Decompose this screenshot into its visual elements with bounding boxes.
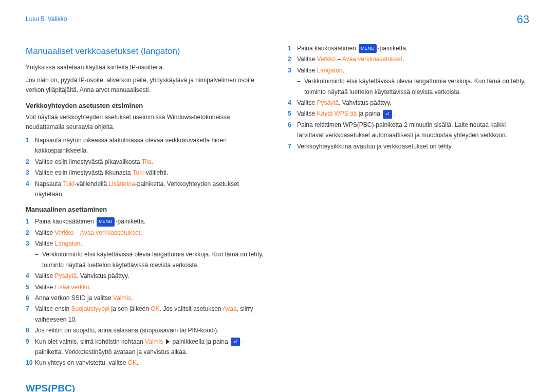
list-item: 6Paina reitittimen WPS(PBC)-painiketta 2… [288,120,529,141]
step-number: 4 [26,179,35,189]
note-text: Verkkotoiminto etsii käytettävissä olevi… [304,76,529,97]
list-item: 2Valitse Verkko – Avaa verkkoasetukset. [26,228,267,238]
list-item: 5Valitse Käytä WPS:ää ja paina ⏎. [288,108,529,119]
list-item: 7Verkkoyhteysikkuna avautuu ja verkkoase… [288,141,529,152]
play-icon [166,339,170,344]
hl-pysayta: Pysäytä [317,99,339,106]
sub-note: –Verkkotoiminto etsii käytettävissä olev… [35,249,267,270]
list-item: 4Napsauta Tuki-välilehdellä Lisätietoa-p… [26,179,267,200]
step-number: 1 [288,43,297,53]
wps-list: 1Paina kaukosäätimen MENU-painiketta. 2V… [288,43,529,76]
step-text: Valitse Pysäytä. Vahvistus päättyy. [297,98,529,108]
step-text: Valitse Langaton. [35,238,267,249]
hl-tila: Tila [142,158,152,165]
step-number: 1 [26,216,35,227]
step-number: 3 [288,65,297,76]
step-text: Valitse Pysäytä. Vahvistus päättyy. [35,271,267,281]
step-text: Anna verkon SSID ja valitse Valmis. [35,293,267,303]
step-number: 1 [26,135,35,145]
heading-manual-wireless: Manuaaliset verkkoasetukset (langaton) [26,46,267,57]
manual-set-list-cont: 4Valitse Pysäytä. Vahvistus päättyy. 5Va… [26,271,267,368]
list-item: 4Valitse Pysäytä. Vahvistus päättyy. [288,98,529,108]
find-settings-list: 1Napsauta näytön oikeassa alakulmassa ol… [26,135,267,199]
step-number: 6 [26,293,35,303]
step-text: Kun yhteys on vahvistettu, valitse OK. [35,358,267,368]
step-text: Valitse esiin ilmestyvästä ikkunasta Tuk… [35,167,267,178]
hl-tuki: Tuki [133,169,144,176]
hl-verkko: Verkko [317,55,336,63]
list-item: 3Valitse Langaton. [288,65,529,76]
left-column: Manuaaliset verkkoasetukset (langaton) Y… [26,43,267,392]
hl-tuki: Tuki [63,180,75,188]
step-number: 7 [288,141,297,152]
step-number: 4 [288,98,297,108]
manual-set-list: 1Paina kaukosäätimen MENU-painiketta. 2V… [26,216,267,249]
hl-verkko: Verkko [54,229,73,236]
step-text: Valitse Verkko – Avaa verkkoasetukset. [35,228,267,238]
subhead-find-settings: Verkkoyhteyden asetusten etsiminen [26,102,267,109]
intro-para-1: Yrityksissä saatetaan käyttää kiinteitä … [26,63,267,72]
list-item: 1Napsauta näytön oikeassa alakulmassa ol… [26,135,267,156]
step-text: Paina kaukosäätimen MENU-painiketta. [35,216,267,227]
step-number: 10 [26,358,35,368]
list-item: 9Kun olet valmis, siirrä kohdistin kohta… [26,337,267,358]
hl-avaa-verkkoasetukset: Avaa verkkoasetukset [342,55,402,63]
hl-lisatietoa: Lisätietoa [108,180,135,188]
step-text: Valitse ensin Suojaustyyppi ja sen jälke… [35,304,267,325]
dash-icon: – [297,76,304,97]
hl-kayta-wps: Käytä WPS:ää [317,110,357,117]
step-text: Paina reitittimen WPS(PBC)-painiketta 2 … [297,120,529,141]
step-text: Napsauta näytön oikeassa alakulmassa ole… [35,135,267,156]
step-number: 4 [26,271,35,281]
hl-langaton: Langaton [317,67,342,74]
hl-avaa: Avaa [223,305,236,312]
wps-list-cont: 4Valitse Pysäytä. Vahvistus päättyy. 5Va… [288,98,529,152]
hl-valmis: Valmis [145,338,163,345]
subhead-manual-set: Manuaalinen asettaminen [26,206,267,213]
right-column: 1Paina kaukosäätimen MENU-painiketta. 2V… [288,43,529,392]
step-number: 7 [26,304,35,314]
list-item: 8Jos reititin on suojattu, anna salasana… [26,325,267,335]
step-text: Verkkoyhteysikkuna avautuu ja verkkoaset… [297,141,529,152]
list-item: 2Valitse Verkko – Avaa verkkoasetukset. [288,54,529,64]
step-number: 2 [288,54,297,64]
hl-avaa-verkkoasetukset: Avaa verkkoasetukset [80,229,140,236]
page-number: 63 [517,13,529,26]
note-text: Verkkotoiminto etsii käytettävissä olevi… [42,249,267,270]
step-text: Kun olet valmis, siirrä kohdistin kohtaa… [35,337,267,358]
enter-icon: ⏎ [383,110,392,119]
step-number: 2 [26,157,35,167]
intro-para-2: Jos näin on, pyydä IP-osoite, aliverkon … [26,76,267,95]
sub-note: –Verkkotoiminto etsii käytettävissä olev… [297,76,529,97]
find-settings-intro: Voit näyttää verkkoyhteyden asetukset us… [26,113,267,132]
list-item: 3Valitse esiin ilmestyvästä ikkunasta Tu… [26,167,267,178]
step-number: 8 [26,325,35,335]
step-number: 3 [26,238,35,249]
list-item: 5Valitse Lisää verkko. [26,282,267,292]
step-text: Paina kaukosäätimen MENU-painiketta. [297,43,529,53]
list-item: 1Paina kaukosäätimen MENU-painiketta. [26,216,267,227]
hl-valmis: Valmis [113,294,131,302]
list-item: 10Kun yhteys on vahvistettu, valitse OK. [26,358,267,368]
step-text: Valitse esiin ilmestyvästä pikavalikosta… [35,157,267,167]
step-text: Valitse Lisää verkko. [35,282,267,292]
hl-suojaustyyppi: Suojaustyyppi [71,305,109,312]
step-text: Valitse Käytä WPS:ää ja paina ⏎. [297,108,529,119]
step-number: 6 [288,120,297,130]
list-item: 4Valitse Pysäytä. Vahvistus päättyy. [26,271,267,281]
hl-ok: OK [151,305,159,312]
dash-icon: – [35,249,42,270]
step-text: Jos reititin on suojattu, anna salasana … [35,325,267,335]
list-item: 3Valitse Langaton. [26,238,267,249]
step-number: 2 [26,228,35,238]
list-item: 7Valitse ensin Suojaustyyppi ja sen jälk… [26,304,267,325]
hl-langaton: Langaton [54,240,80,247]
enter-icon: ⏎ [231,338,240,346]
step-text: Valitse Langaton. [297,65,529,76]
menu-icon: MENU [97,217,115,226]
list-item: 2Valitse esiin ilmestyvästä pikavalikost… [26,157,267,167]
step-number: 5 [288,108,297,119]
step-text: Valitse Verkko – Avaa verkkoasetukset. [297,54,529,64]
hl-pysayta: Pysäytä [54,272,77,279]
breadcrumb: Luku 5. Valikko [26,15,529,23]
